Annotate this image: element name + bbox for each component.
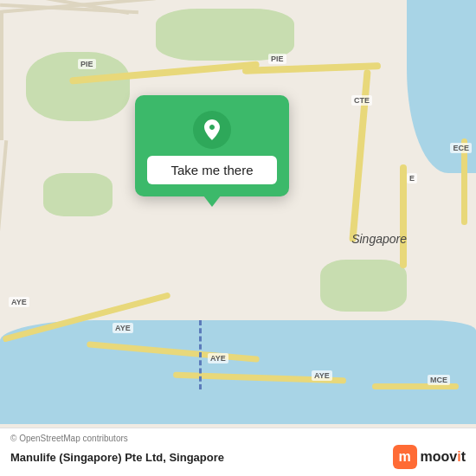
moovit-brand-text: moovit: [421, 449, 466, 465]
singapore-map-label: Singapore: [351, 232, 407, 246]
park-area-3: [43, 173, 113, 216]
mce-label: MCE: [428, 375, 450, 385]
pie-label-right: PIE: [268, 54, 286, 64]
moovit-logo: m moovit: [393, 445, 466, 469]
park-area-4: [320, 260, 407, 312]
e-road: [400, 164, 407, 268]
park-area-2: [156, 9, 294, 61]
map-background: PIE PIE CTE AYE AYE AYE AYE E ECE MCE Si…: [0, 0, 476, 476]
e-label: E: [407, 173, 417, 183]
take-me-there-button[interactable]: Take me there: [147, 156, 277, 184]
small-road-5: [0, 140, 8, 244]
aye-label-mid: AYE: [113, 323, 133, 333]
location-name: Manulife (Singapore) Pte Ltd, Singapore: [10, 451, 224, 464]
location-popup: Take me there: [135, 95, 289, 196]
aye-label-left: AYE: [9, 297, 29, 307]
moovit-m-icon: m: [393, 445, 417, 469]
ece-label: ECE: [450, 143, 472, 153]
aye-label-right: AYE: [208, 353, 228, 363]
map-container: PIE PIE CTE AYE AYE AYE AYE E ECE MCE Si…: [0, 0, 476, 476]
aye-label-far: AYE: [312, 370, 332, 381]
pie-label-left: PIE: [78, 59, 96, 69]
location-name-row: Manulife (Singapore) Pte Ltd, Singapore …: [10, 445, 466, 469]
route-dashed-line: [199, 320, 202, 389]
location-pin-icon: [193, 111, 231, 149]
cte-label: CTE: [351, 95, 372, 106]
small-road-4: [0, 10, 3, 140]
map-attribution: © OpenStreetMap contributors: [10, 434, 466, 443]
bottom-bar: © OpenStreetMap contributors Manulife (S…: [0, 428, 476, 476]
water-south: [0, 320, 476, 424]
pie-road-right: [242, 62, 381, 74]
